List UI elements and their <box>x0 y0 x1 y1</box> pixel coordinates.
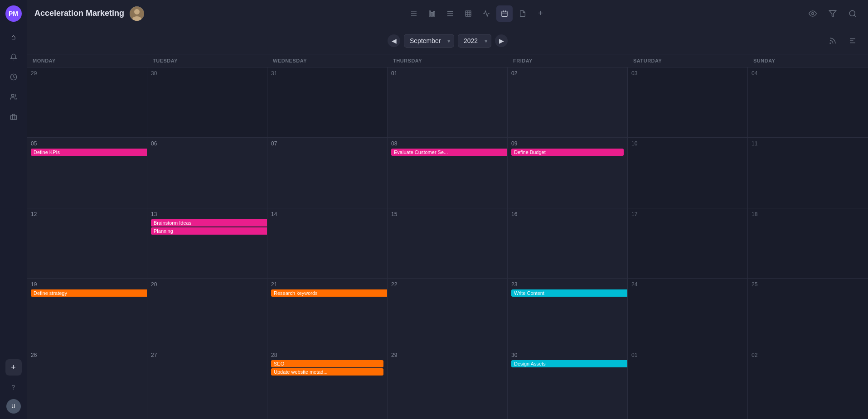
day-wednesday: WEDNESDAY <box>267 54 388 67</box>
sidebar-item-people[interactable] <box>5 89 22 105</box>
calendar-area: ◀ JanuaryFebruaryMarch AprilMayJune July… <box>27 27 868 419</box>
cal-cell-sep12[interactable]: 12 <box>27 208 147 278</box>
page-title: Acceleration Marketing <box>34 9 124 18</box>
cal-cell-sep04[interactable]: 04 <box>748 67 868 137</box>
cal-cell-aug31[interactable]: 31 <box>267 67 388 137</box>
cal-cell-oct02[interactable]: 02 <box>748 349 868 419</box>
list-view-button[interactable] <box>406 5 422 22</box>
cal-cell-sep24[interactable]: 24 <box>628 279 748 348</box>
calendar-days-header: MONDAY TUESDAY WEDNESDAY THURSDAY FRIDAY… <box>27 54 868 67</box>
cal-cell-sep23[interactable]: 23 Write Content <box>508 279 628 348</box>
eye-button[interactable] <box>805 5 821 22</box>
month-select-wrap[interactable]: JanuaryFebruaryMarch AprilMayJune JulyAu… <box>404 34 454 48</box>
cal-cell-sep05[interactable]: 05 Define KPIs <box>27 138 147 207</box>
cal-cell-sep28[interactable]: 28 SEO Update website metad... <box>267 349 388 419</box>
calendar-week-3: 12 13 Brainstorm Ideas Planning 14 15 16… <box>27 208 868 279</box>
app-logo[interactable]: PM <box>5 5 22 22</box>
menu-view-button[interactable] <box>442 5 458 22</box>
graph-view-button[interactable] <box>478 5 495 22</box>
cal-cell-sep21[interactable]: 21 Research keywords <box>267 279 388 348</box>
event-planning[interactable]: Planning <box>151 227 267 235</box>
cal-cell-aug29[interactable]: 29 <box>27 67 147 137</box>
cal-cell-sep02[interactable]: 02 <box>508 67 628 137</box>
cal-cell-sep15[interactable]: 15 <box>388 208 508 278</box>
svg-rect-9 <box>429 11 431 16</box>
year-select[interactable]: 202020212022 20232024 <box>458 34 491 48</box>
event-evaluate-customer[interactable]: Evaluate Customer Se... <box>391 149 508 156</box>
cal-cell-sep01[interactable]: 01 <box>388 67 508 137</box>
settings-button[interactable] <box>844 33 861 49</box>
feed-button[interactable] <box>824 33 841 49</box>
svg-point-28 <box>830 43 831 43</box>
cal-cell-sep27[interactable]: 27 <box>147 349 267 419</box>
cal-cell-sep09[interactable]: 09 Define Budget <box>508 138 628 207</box>
day-friday: FRIDAY <box>508 54 628 67</box>
sidebar-add-button[interactable]: + <box>5 359 22 376</box>
calendar-view-button[interactable] <box>496 5 513 22</box>
cal-cell-sep22[interactable]: 22 <box>388 279 508 348</box>
doc-view-button[interactable] <box>514 5 531 22</box>
svg-rect-2 <box>10 116 16 120</box>
month-select[interactable]: JanuaryFebruaryMarch AprilMayJune JulyAu… <box>404 34 454 48</box>
main-area: Acceleration Marketing <box>27 0 868 419</box>
cal-cell-sep16[interactable]: 16 <box>508 208 628 278</box>
calendar-header-right <box>824 33 861 49</box>
cal-cell-sep26[interactable]: 26 <box>27 349 147 419</box>
sidebar-item-briefcase[interactable] <box>5 109 22 125</box>
day-tuesday: TUESDAY <box>147 54 267 67</box>
bar-view-button[interactable] <box>424 5 440 22</box>
cal-cell-sep08[interactable]: 08 Evaluate Customer Se... <box>388 138 508 207</box>
cal-cell-sep30[interactable]: 30 Design Assets <box>508 349 628 419</box>
cal-cell-sep14[interactable]: 14 <box>267 208 388 278</box>
year-select-wrap[interactable]: 202020212022 20232024 <box>458 34 491 48</box>
prev-month-button[interactable]: ◀ <box>388 34 400 47</box>
sidebar-item-notifications[interactable] <box>5 49 22 65</box>
topbar: Acceleration Marketing <box>27 0 868 27</box>
sidebar-bottom: + ? U <box>5 359 22 414</box>
toolbar-tools: + <box>155 5 799 22</box>
cal-cell-sep07[interactable]: 07 <box>267 138 388 207</box>
event-define-kpis[interactable]: Define KPIs <box>31 149 147 156</box>
sidebar-item-clock[interactable] <box>5 69 22 85</box>
svg-point-1 <box>11 94 14 96</box>
event-design-assets[interactable]: Design Assets <box>511 360 628 367</box>
cal-cell-sep20[interactable]: 20 <box>147 279 267 348</box>
sidebar-item-home[interactable]: ⌂ <box>5 29 22 45</box>
day-saturday: SATURDAY <box>628 54 748 67</box>
svg-point-4 <box>134 9 140 14</box>
cal-cell-sep03[interactable]: 03 <box>628 67 748 137</box>
cal-cell-sep17[interactable]: 17 <box>628 208 748 278</box>
calendar-week-5: 26 27 28 SEO Update website metad... 29 … <box>27 349 868 419</box>
cal-cell-sep29[interactable]: 29 <box>388 349 508 419</box>
svg-rect-20 <box>502 11 507 16</box>
cal-cell-sep13[interactable]: 13 Brainstorm Ideas Planning <box>147 208 267 278</box>
cal-cell-sep06[interactable]: 06 <box>147 138 267 207</box>
event-brainstorm-ideas[interactable]: Brainstorm Ideas <box>151 219 267 226</box>
event-define-strategy[interactable]: Define strategy <box>31 289 147 297</box>
user-avatar[interactable]: U <box>6 399 21 414</box>
event-seo[interactable]: SEO <box>271 360 383 367</box>
table-view-button[interactable] <box>460 5 476 22</box>
filter-button[interactable] <box>824 5 841 22</box>
search-button[interactable] <box>844 5 861 22</box>
cal-cell-sep10[interactable]: 10 <box>628 138 748 207</box>
event-write-content[interactable]: Write Content <box>511 289 628 297</box>
add-view-button[interactable]: + <box>533 5 549 22</box>
next-month-button[interactable]: ▶ <box>495 34 508 47</box>
svg-rect-11 <box>433 11 435 16</box>
event-research-keywords[interactable]: Research keywords <box>271 289 388 297</box>
calendar-weeks: 29 30 31 01 02 03 04 05 Define KPIs 06 0… <box>27 67 868 419</box>
sidebar-help-button[interactable]: ? <box>5 379 22 395</box>
svg-point-26 <box>849 10 855 16</box>
cal-cell-sep18[interactable]: 18 <box>748 208 868 278</box>
day-sunday: SUNDAY <box>748 54 868 67</box>
event-define-budget[interactable]: Define Budget <box>511 149 624 156</box>
event-update-metadata[interactable]: Update website metad... <box>271 368 383 376</box>
svg-line-27 <box>854 15 855 16</box>
cal-cell-oct01[interactable]: 01 <box>628 349 748 419</box>
cal-cell-sep11[interactable]: 11 <box>748 138 868 207</box>
svg-point-24 <box>812 12 814 14</box>
cal-cell-sep19[interactable]: 19 Define strategy <box>27 279 147 348</box>
cal-cell-sep25[interactable]: 25 <box>748 279 868 348</box>
cal-cell-aug30[interactable]: 30 <box>147 67 267 137</box>
